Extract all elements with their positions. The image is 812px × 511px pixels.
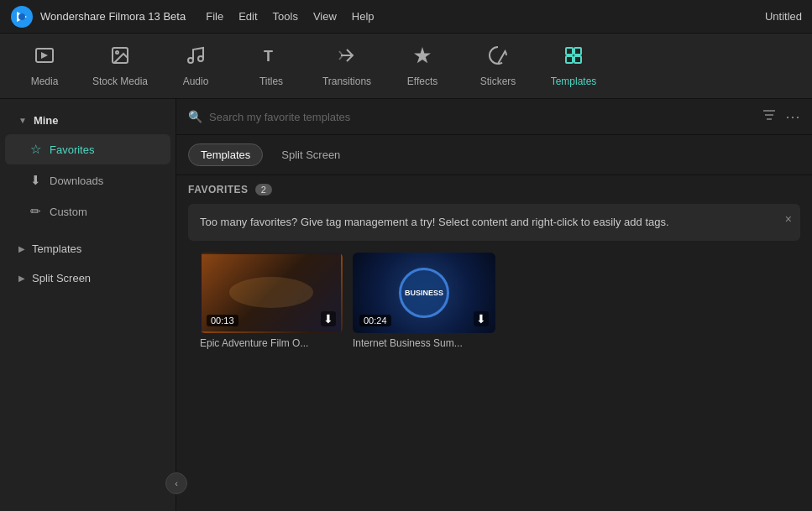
favorites-icon: ☆ [30, 142, 41, 157]
search-bar: 🔍 ⋯ [176, 99, 812, 135]
favorites-count-badge: 2 [255, 184, 272, 196]
svg-rect-11 [574, 56, 581, 63]
sidebar-mine-header[interactable]: ▼ Mine [5, 107, 170, 133]
audio-icon [186, 45, 206, 70]
sidebar-split-screen-label: Split Screen [32, 272, 91, 284]
collapse-icon: ‹ [175, 478, 178, 488]
custom-label: Custom [50, 206, 87, 218]
document-title: Untitled [765, 10, 802, 23]
info-banner: Too many favorites? Give tag management … [188, 204, 800, 241]
sidebar-templates-label: Templates [32, 242, 81, 255]
filter-icon[interactable] [762, 107, 777, 126]
search-actions: ⋯ [762, 107, 800, 126]
section-header: FAVORITES 2 [188, 184, 800, 196]
duration-badge-business: 00:24 [359, 315, 391, 326]
sidebar: ▼ Mine ☆ Favorites ⬇ Downloads ✏ Custom … [0, 99, 176, 511]
thumbnail-image-epic: 00:13 ⬇ [200, 253, 343, 333]
thumbnail-label-business: Internet Business Sum... [353, 337, 495, 349]
tabbar: Media Stock Media Audio T Titles [0, 34, 812, 99]
content-panel: 🔍 ⋯ Templates Split Screen FAVOR [176, 99, 812, 511]
menu-bar: File Edit Tools View Help [206, 7, 765, 26]
templates-arrow-icon: ▶ [18, 244, 25, 253]
tab-media-label: Media [31, 76, 59, 87]
tab-stock-media-label: Stock Media [92, 76, 148, 87]
templates-icon [563, 45, 584, 70]
section-title: FAVORITES [188, 184, 249, 196]
titlebar: Wondershare Filmora 13 Beta File Edit To… [0, 0, 812, 34]
banner-close-button[interactable]: × [785, 212, 792, 226]
sidebar-item-custom[interactable]: ✏ Custom [5, 196, 170, 227]
sidebar-mine-section: ▼ Mine ☆ Favorites ⬇ Downloads ✏ Custom [0, 99, 175, 236]
thumbnails-grid: 00:13 ⬇ Epic Adventure Film O... BUSINES… [188, 253, 800, 349]
transitions-icon [337, 45, 357, 70]
tab-templates-label: Templates [551, 76, 597, 87]
download-icon-business[interactable]: ⬇ [474, 311, 489, 326]
main-area: ▼ Mine ☆ Favorites ⬇ Downloads ✏ Custom … [0, 99, 812, 511]
menu-view[interactable]: View [313, 7, 337, 26]
tab-media[interactable]: Media [7, 37, 82, 96]
sidebar-collapse-button[interactable]: ‹ [165, 472, 187, 494]
stickers-icon [488, 45, 508, 70]
sub-tab-templates[interactable]: Templates [188, 143, 263, 166]
downloads-label: Downloads [50, 175, 103, 187]
sub-tab-split-screen[interactable]: Split Screen [270, 144, 352, 165]
tab-effects[interactable]: Effects [385, 37, 460, 96]
business-circle: BUSINESS [399, 268, 449, 318]
titles-icon: T [261, 45, 281, 70]
sidebar-templates-header[interactable]: ▶ Templates [5, 236, 170, 262]
stock-media-icon [110, 45, 130, 70]
mine-label: Mine [34, 114, 59, 127]
tab-transitions-label: Transitions [322, 76, 371, 87]
banner-text: Too many favorites? Give tag management … [200, 214, 788, 231]
menu-tools[interactable]: Tools [273, 7, 298, 26]
tab-titles[interactable]: T Titles [233, 37, 309, 96]
downloads-icon: ⬇ [30, 173, 41, 188]
thumbnail-card-business[interactable]: BUSINESS 00:24 ⬇ Internet Business Sum..… [353, 253, 495, 349]
svg-point-1 [18, 13, 25, 20]
tab-audio[interactable]: Audio [158, 37, 233, 96]
tab-stickers-label: Stickers [480, 76, 516, 87]
svg-point-6 [198, 56, 203, 61]
menu-edit[interactable]: Edit [238, 7, 257, 26]
svg-text:T: T [264, 48, 273, 65]
custom-icon: ✏ [30, 204, 41, 219]
tab-titles-label: Titles [259, 76, 283, 87]
more-icon[interactable]: ⋯ [785, 107, 800, 126]
thumbnail-image-business: BUSINESS 00:24 ⬇ [353, 253, 495, 333]
svg-rect-9 [574, 48, 581, 55]
tab-effects-label: Effects [407, 76, 437, 87]
media-icon [34, 45, 55, 70]
mine-arrow-icon: ▼ [18, 116, 27, 125]
sidebar-item-downloads[interactable]: ⬇ Downloads [5, 165, 170, 196]
svg-rect-10 [566, 56, 573, 63]
svg-point-4 [116, 51, 118, 54]
menu-file[interactable]: File [206, 7, 223, 26]
tab-audio-label: Audio [183, 76, 209, 87]
tab-transitions[interactable]: Transitions [309, 37, 385, 96]
thumbnail-card-epic[interactable]: 00:13 ⬇ Epic Adventure Film O... [200, 253, 343, 349]
download-icon-epic[interactable]: ⬇ [321, 311, 336, 326]
menu-help[interactable]: Help [352, 7, 375, 26]
sidebar-split-screen-header[interactable]: ▶ Split Screen [5, 265, 170, 291]
svg-point-5 [188, 58, 193, 63]
search-input[interactable] [209, 111, 755, 123]
svg-rect-8 [566, 48, 573, 55]
duration-badge-epic: 00:13 [207, 315, 238, 326]
tab-stickers[interactable]: Stickers [460, 37, 536, 96]
sub-tabs: Templates Split Screen [176, 135, 812, 175]
app-logo [10, 5, 34, 29]
thumbnail-label-epic: Epic Adventure Film O... [200, 337, 343, 349]
favorites-section: FAVORITES 2 Too many favorites? Give tag… [176, 175, 812, 357]
effects-icon [412, 45, 432, 70]
app-name: Wondershare Filmora 13 Beta [40, 10, 186, 23]
search-icon: 🔍 [188, 110, 202, 123]
favorites-label: Favorites [50, 143, 94, 156]
tab-stock-media[interactable]: Stock Media [82, 37, 158, 96]
split-screen-arrow-icon: ▶ [18, 274, 25, 283]
tab-templates[interactable]: Templates [536, 37, 611, 96]
sidebar-item-favorites[interactable]: ☆ Favorites [5, 134, 170, 164]
